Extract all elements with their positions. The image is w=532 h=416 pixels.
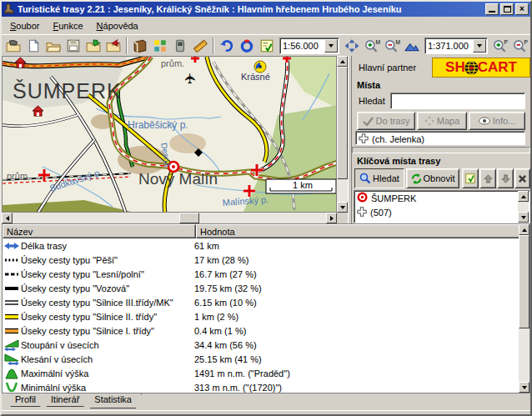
- undo-button[interactable]: [217, 37, 237, 55]
- places-list[interactable]: (ch. Jelenka): [355, 131, 525, 145]
- scroll-down-button[interactable]: [519, 382, 529, 393]
- save-route-icon: [66, 39, 81, 53]
- checklist-button[interactable]: [257, 37, 277, 55]
- table-row[interactable]: Klesání v úsecích25.15 km (41 %): [3, 352, 529, 366]
- stat-value: 17 km (28 %): [194, 255, 529, 265]
- close-button[interactable]: ×: [515, 3, 529, 15]
- scroll-left-button[interactable]: [2, 213, 13, 223]
- menu-soubor[interactable]: Soubor: [3, 18, 46, 33]
- stat-value: 1491 m n.m. ("Praděd"): [194, 368, 529, 378]
- arrow-left-icon: [6, 216, 9, 221]
- open-route-button[interactable]: [43, 37, 63, 55]
- table-row[interactable]: Úseky cesty typu "Silnice I. třídy"0.4 k…: [3, 323, 529, 338]
- import-route-button[interactable]: [83, 37, 103, 55]
- map-scale-dropdown[interactable]: [324, 39, 338, 53]
- vscroll-thumb[interactable]: [519, 235, 529, 328]
- panel-divider[interactable]: [352, 147, 530, 153]
- zoom-in-map-icon: M: [364, 39, 380, 53]
- zoom-out-profile-button[interactable]: P: [510, 37, 530, 55]
- key-places-scrollbar[interactable]: [518, 191, 529, 223]
- tab-statistika[interactable]: Statistika: [84, 393, 142, 408]
- open-map-button[interactable]: [3, 37, 23, 55]
- pan-button[interactable]: [342, 37, 362, 55]
- table-row[interactable]: Úseky cesty typu "Vozová"19.75 km (32 %): [3, 281, 529, 295]
- zoom-in-map-button[interactable]: M: [362, 37, 382, 55]
- key-place-item[interactable]: (507): [354, 205, 529, 219]
- refresh-key-places-button[interactable]: Obnovit: [406, 168, 459, 188]
- key-place-item[interactable]: ŠUMPERK: [354, 191, 529, 205]
- eye-icon: [479, 117, 490, 125]
- scroll-right-button[interactable]: [326, 213, 337, 223]
- profile-scale-dropdown[interactable]: [473, 39, 486, 53]
- select-key-places-button[interactable]: [462, 168, 479, 188]
- maximize-button[interactable]: [500, 3, 514, 15]
- zoom-out-map-button[interactable]: M: [382, 37, 402, 55]
- title-bar[interactable]: Turistické trasy 2.21 : Jeseníky, Králic…: [2, 2, 530, 17]
- hscroll-thumb[interactable]: [179, 213, 199, 223]
- menu-napoveda[interactable]: Nápověda: [90, 18, 145, 33]
- scroll-down-button[interactable]: [518, 212, 529, 223]
- table-row[interactable]: Stoupání v úsecích34.4 km (56 %): [3, 338, 529, 352]
- table-row[interactable]: Úseky cesty typu "Pěší"17 km (28 %): [3, 253, 529, 267]
- viewpoint-icon: [254, 61, 266, 73]
- table-row[interactable]: Úseky cesty typu "Silnice III.třídy/MK"6…: [3, 295, 529, 309]
- ruler-button[interactable]: [190, 37, 210, 55]
- import-route-icon: [86, 39, 101, 53]
- checkmark-icon: [363, 117, 374, 126]
- add-to-route-button[interactable]: Do trasy: [357, 112, 415, 130]
- table-row[interactable]: Délka trasy61 km: [3, 238, 529, 253]
- vscroll-thumb[interactable]: [337, 67, 348, 179]
- stats-vscrollbar[interactable]: [519, 224, 529, 393]
- delete-button[interactable]: [514, 168, 530, 188]
- list-item[interactable]: (ch. Jelenka): [356, 132, 524, 145]
- minimize-button[interactable]: [485, 3, 499, 15]
- stat-value: 16.7 km (27 %): [194, 269, 529, 279]
- find-key-places-button[interactable]: Hledat: [354, 168, 404, 188]
- profile-mountain-button[interactable]: [402, 37, 422, 55]
- chevron-down-icon: [329, 44, 334, 48]
- search-label: Hledat: [359, 96, 385, 106]
- tab-itinerar[interactable]: Itinerář: [41, 393, 89, 407]
- slope-up-icon: [3, 339, 21, 351]
- search-input[interactable]: [390, 93, 525, 109]
- arrow-up-icon: [340, 60, 345, 63]
- open-map-icon: [6, 39, 21, 53]
- column-header-nazev[interactable]: Název: [3, 224, 196, 238]
- stat-name: Klesání v úsecích: [21, 354, 194, 364]
- scroll-up-button[interactable]: [337, 56, 348, 67]
- scroll-down-button[interactable]: [337, 202, 348, 213]
- gps-button[interactable]: [170, 37, 190, 55]
- move-up-button[interactable]: [479, 168, 496, 188]
- legend-book-button[interactable]: [130, 37, 150, 55]
- save-route-button[interactable]: [63, 37, 83, 55]
- menu-funkce[interactable]: Funkce: [46, 18, 89, 33]
- column-header-hodnota[interactable]: Hodnota: [196, 224, 520, 238]
- redo-circle-button[interactable]: [237, 37, 257, 55]
- main-toolbar: 1:56.000 M M 1:371.000 P P: [2, 34, 530, 56]
- zoom-in-profile-button[interactable]: P: [490, 37, 510, 55]
- window-title: Turistické trasy 2.21 : Jeseníky, Králic…: [18, 4, 484, 14]
- table-row[interactable]: Maximální výška1491 m n.m. ("Praděd"): [3, 366, 529, 380]
- key-places-list[interactable]: ŠUMPERK(507): [354, 190, 530, 223]
- profile-scale-combo[interactable]: 1:371.000: [424, 38, 488, 54]
- map-canvas[interactable]: ✈ ŠUMPERK Nový Malín Krásné prům. prům H…: [2, 56, 337, 213]
- map-hscrollbar[interactable]: [2, 213, 337, 223]
- table-row[interactable]: Úseky cesty typu "Lesní/polní"16.7 km (2…: [3, 267, 529, 281]
- new-route-button[interactable]: [23, 37, 43, 55]
- tab-profil[interactable]: Profil: [5, 393, 46, 407]
- move-down-button[interactable]: [497, 168, 514, 188]
- legend-grid-button[interactable]: [150, 37, 170, 55]
- checklist-icon: [259, 39, 274, 53]
- table-row[interactable]: Úseky cesty typu "Silnice II. třídy"1 km…: [3, 309, 529, 323]
- line-double-icon: [3, 298, 21, 308]
- info-button[interactable]: Info...: [469, 112, 525, 130]
- export-route-button[interactable]: [103, 37, 123, 55]
- table-row[interactable]: Minimální výška313 m n.m. ("(1720)"): [3, 380, 529, 393]
- scroll-up-button[interactable]: [518, 191, 529, 202]
- show-on-map-button[interactable]: Mapa: [417, 112, 467, 130]
- gps-icon: [173, 39, 188, 53]
- scroll-up-button[interactable]: [519, 224, 529, 235]
- map-vscrollbar[interactable]: [337, 56, 348, 213]
- map-scale-combo[interactable]: 1:56.000: [279, 38, 339, 54]
- move-down-icon: [501, 174, 510, 183]
